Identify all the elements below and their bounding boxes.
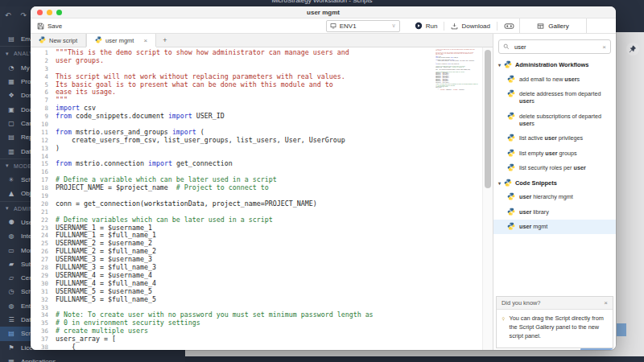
redo-icon[interactable]: ↷ bbox=[21, 11, 27, 26]
script-editor-window: user mgmt Save ENV1 ∨ bbox=[31, 6, 616, 350]
download-icon bbox=[451, 23, 458, 30]
code-line: 32FULLNAME_5 = $full_name_5 bbox=[31, 296, 483, 304]
chevron-down-icon: ▾ bbox=[6, 205, 9, 212]
sidebar-item-applications[interactable]: ▦Applications bbox=[0, 355, 185, 362]
search-icon bbox=[503, 43, 510, 50]
licenses-icon: ⚑ bbox=[7, 344, 15, 352]
code-line: 6ease its usage. bbox=[31, 88, 483, 97]
editor-scrollbar-thumb[interactable] bbox=[485, 50, 491, 188]
code-line: 37users_array = [ bbox=[31, 335, 483, 343]
gallery-item-user-hierarchy-mgmt[interactable]: user hierarchy mgmt bbox=[493, 190, 616, 204]
background-partial-link bbox=[580, 348, 613, 350]
undo-icon[interactable]: ↶ bbox=[5, 11, 11, 26]
gallery-item-list-active-user-privileges[interactable]: list active user privileges bbox=[493, 131, 616, 146]
python-icon bbox=[507, 89, 515, 97]
gallery-item-delete-addresses-from-departed-users[interactable]: delete addresses from departed users bbox=[493, 86, 616, 109]
gallery-search-box: × bbox=[498, 39, 611, 54]
gallery-panel: × ▾Administration Workflowsadd email to … bbox=[493, 34, 616, 350]
goggles-icon bbox=[504, 23, 514, 30]
python-icon bbox=[507, 112, 515, 120]
gallery-icon bbox=[537, 23, 544, 30]
chevron-down-icon: ▾ bbox=[6, 51, 9, 57]
screen: MicroStrategy Workstation - Scripts ↶ ↷ … bbox=[0, 0, 644, 362]
documents-icon: ▣ bbox=[7, 106, 15, 113]
code-editor[interactable]: 1"""This is the demo script to show how … bbox=[31, 47, 493, 350]
did-you-know-title: Did you know? bbox=[502, 299, 540, 306]
python-icon bbox=[507, 208, 515, 216]
chevron-down-icon: ∨ bbox=[392, 23, 396, 29]
tab-gallery[interactable]: Gallery bbox=[519, 19, 587, 33]
background-selected-tile bbox=[617, 323, 626, 336]
gallery-item-delete-subscriptions-of-departed-users[interactable]: delete subscriptions of departed users bbox=[493, 109, 616, 131]
projects-icon: ▦ bbox=[7, 78, 15, 85]
run-icon bbox=[415, 22, 423, 30]
python-icon bbox=[504, 60, 512, 68]
enterprise-icon: ◍ bbox=[7, 302, 15, 310]
python-icon bbox=[507, 75, 515, 83]
gallery-section-code-snippets[interactable]: ▾Code Snippets bbox=[493, 175, 616, 190]
gallery-item-add-email-to-new-users[interactable]: add email to new users bbox=[493, 72, 616, 86]
certifications-icon: ▱ bbox=[7, 274, 15, 282]
code-line: 9from code_snippets.document import USER… bbox=[31, 113, 483, 121]
gallery-tree: ▾Administration Workflowsadd email to ne… bbox=[493, 57, 616, 234]
python-icon bbox=[507, 222, 515, 230]
editor-scrollbar[interactable] bbox=[482, 47, 493, 350]
did-you-know-card: Did you know? × You can drag the Script … bbox=[496, 296, 613, 348]
code-line: 15from mstrio.connection import get_conn… bbox=[31, 160, 483, 168]
new-tab-button[interactable]: + bbox=[156, 34, 173, 47]
clear-search-icon[interactable]: × bbox=[602, 43, 606, 51]
gallery-search-input[interactable] bbox=[513, 43, 599, 51]
monitoring-icon: ▭ bbox=[7, 247, 15, 254]
editor-tab-new-script[interactable]: New script bbox=[31, 34, 86, 47]
my-library-icon: ◔ bbox=[7, 64, 15, 72]
toolbar: Save ENV1 ∨ Run bbox=[31, 19, 616, 34]
code-line: 7""" bbox=[31, 97, 483, 105]
gallery-item-list-security-roles-per-user[interactable]: list security roles per user bbox=[493, 161, 616, 175]
window-titlebar: user mgmt bbox=[31, 6, 616, 19]
minimap[interactable]: """This is the demo script to show how a… bbox=[436, 49, 482, 234]
scripts-icon: ▤ bbox=[7, 330, 15, 337]
environment-icon bbox=[330, 23, 336, 29]
pin-button[interactable] bbox=[626, 43, 639, 56]
interfaces-icon: ◍ bbox=[7, 232, 15, 240]
save-icon bbox=[37, 23, 44, 30]
download-button[interactable]: Download bbox=[451, 23, 490, 30]
code-line: 18PROJECT_NAME = $project_name # Project… bbox=[31, 184, 483, 192]
code-line: 'username': USERNAME_1, 'fullName': FULL… bbox=[436, 89, 482, 90]
variables-panel-button[interactable] bbox=[504, 23, 514, 30]
environment-value: ENV1 bbox=[340, 23, 357, 30]
code-line: 12 create_users_from_csv, list_user_grou… bbox=[31, 137, 483, 145]
schedules-icon: ◷ bbox=[7, 288, 15, 295]
code-area: 1"""This is the demo script to show how … bbox=[31, 49, 483, 350]
python-icon bbox=[507, 149, 515, 157]
run-button[interactable]: Run bbox=[415, 22, 438, 30]
background-app-title: MicroStrategy Workstation - Scripts bbox=[0, 0, 644, 4]
cards-icon: ▢ bbox=[7, 120, 15, 127]
chevron-down-icon: ▾ bbox=[498, 180, 501, 186]
chevron-down-icon: ▾ bbox=[498, 62, 501, 68]
gallery-item-user-mgmt[interactable]: user mgmt bbox=[493, 220, 616, 234]
gallery-section-administration-workflows[interactable]: ▾Administration Workflows bbox=[493, 57, 616, 72]
datasets-icon: ▥ bbox=[7, 148, 15, 155]
close-tab-icon[interactable]: × bbox=[143, 37, 147, 44]
environment-select[interactable]: ENV1 ∨ bbox=[326, 20, 400, 32]
code-line: 38 { bbox=[31, 343, 483, 350]
python-icon bbox=[39, 36, 46, 43]
python-icon bbox=[507, 163, 515, 171]
chevron-down-icon: ▾ bbox=[6, 162, 9, 169]
gallery-item-list-empty-user-groups[interactable]: list empty user groups bbox=[493, 146, 616, 160]
lightbulb-icon bbox=[502, 315, 506, 323]
dossiers-icon: ❖ bbox=[7, 92, 15, 99]
save-button[interactable]: Save bbox=[37, 23, 62, 30]
objects-icon: ▲ bbox=[7, 190, 15, 197]
editor-tabbar: New scriptuser mgmt×+ bbox=[31, 34, 493, 47]
gallery-item-user-library[interactable]: user library bbox=[493, 204, 616, 219]
close-icon[interactable]: × bbox=[604, 299, 608, 306]
code-line: 13) bbox=[31, 145, 483, 153]
editor-tab-user-mgmt[interactable]: user mgmt× bbox=[86, 34, 156, 47]
code-line: 20conn = get_connection(workstationData,… bbox=[31, 200, 483, 208]
python-icon bbox=[507, 192, 515, 200]
window-title: user mgmt bbox=[31, 9, 616, 16]
users-icon: ⚉ bbox=[7, 219, 15, 226]
data-sources-icon: ☰ bbox=[7, 316, 15, 323]
